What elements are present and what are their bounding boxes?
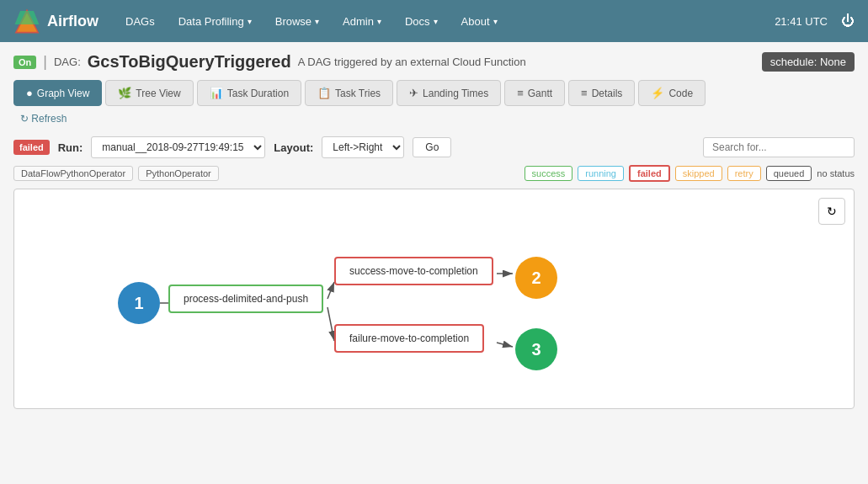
controls-row: failed Run: manual__2018-09-27T19:49:15 … (13, 136, 855, 158)
tabs-bar: ● Graph View 🌿 Tree View 📊 Task Duration… (13, 80, 855, 106)
operator-tag-dataflow[interactable]: DataFlowPythonOperator (13, 166, 133, 181)
status-failed-chip[interactable]: failed (629, 165, 670, 182)
code-icon: ⚡ (651, 87, 664, 99)
tab-task-duration[interactable]: 📊 Task Duration (197, 80, 301, 106)
nav-time: 21:41 UTC (775, 15, 828, 28)
go-button[interactable]: Go (413, 137, 451, 157)
graph-canvas: 1 process-delimited-and-push success-mov… (48, 206, 820, 391)
run-select[interactable]: manual__2018-09-27T19:49:15 (91, 136, 265, 158)
nav-data-profiling[interactable]: Data Profiling ▾ (168, 8, 262, 35)
dag-header: On | DAG: GcsToBigQueryTriggered A DAG t… (13, 52, 855, 72)
bar-chart-icon: 📊 (210, 87, 223, 99)
node-1-label: 1 (134, 294, 143, 313)
tab-tree-view[interactable]: 🌿 Tree View (105, 80, 193, 106)
status-skipped-chip[interactable]: skipped (675, 166, 722, 181)
node-failure-label: failure-move-to-completion (349, 332, 469, 344)
details-icon: ≡ (581, 87, 588, 99)
chevron-down-icon: ▾ (434, 17, 438, 26)
operators-row: DataFlowPythonOperator PythonOperator su… (13, 165, 855, 182)
nav-right: 21:41 UTC ⏻ (775, 13, 855, 29)
dag-title-area: On | DAG: GcsToBigQueryTriggered A DAG t… (13, 52, 526, 72)
svg-marker-2 (15, 11, 40, 24)
node-success-label: success-move-to-completion (349, 265, 478, 277)
node-box-process[interactable]: process-delimited-and-push (168, 285, 323, 313)
refresh-button[interactable]: ↻ Refresh (13, 109, 855, 128)
tree-icon: 🌿 (118, 87, 131, 99)
chevron-down-icon: ▾ (493, 17, 498, 26)
node-3-label: 3 (531, 340, 541, 359)
status-queued-chip[interactable]: queued (766, 166, 812, 181)
status-none-label: no status (817, 168, 855, 178)
svg-line-5 (327, 282, 334, 299)
status-success-chip[interactable]: success (525, 166, 573, 181)
tab-landing-times[interactable]: ✈ Landing Times (397, 80, 501, 106)
status-legend: success running failed skipped retry que… (525, 165, 855, 182)
tab-details[interactable]: ≡ Details (568, 80, 635, 106)
tab-code[interactable]: ⚡ Code (638, 80, 706, 106)
chevron-down-icon: ▾ (377, 17, 381, 26)
svg-line-6 (327, 307, 334, 341)
dag-label: DAG: (54, 56, 81, 68)
nav-docs[interactable]: Docs ▾ (395, 8, 448, 35)
operator-tags: DataFlowPythonOperator PythonOperator (13, 166, 219, 181)
node-circle-3[interactable]: 3 (515, 328, 557, 370)
tab-graph-view[interactable]: ● Graph View (13, 80, 102, 106)
node-box-failure[interactable]: failure-move-to-completion (334, 324, 484, 353)
dag-name: GcsToBigQueryTriggered (88, 52, 291, 72)
node-circle-1[interactable]: 1 (118, 282, 160, 324)
layout-select[interactable]: Left->Right (322, 136, 404, 158)
main-content: On | DAG: GcsToBigQueryTriggered A DAG t… (0, 42, 868, 419)
operator-tag-python[interactable]: PythonOperator (138, 166, 219, 181)
refresh-icon: ↻ (827, 205, 837, 218)
node-2-label: 2 (531, 269, 541, 288)
dag-pipe: | (43, 53, 47, 71)
dag-status-badge: On (13, 56, 36, 69)
node-process-label: process-delimited-and-push (184, 293, 308, 305)
status-retry-chip[interactable]: retry (727, 166, 761, 181)
nav-about[interactable]: About ▾ (451, 8, 508, 35)
power-icon[interactable]: ⏻ (841, 13, 855, 29)
nav-admin[interactable]: Admin ▾ (333, 8, 391, 35)
node-circle-2[interactable]: 2 (515, 257, 557, 299)
airflow-logo-icon (13, 8, 40, 35)
dag-description: A DAG triggered by an external Cloud Fun… (298, 56, 526, 68)
nav-browse[interactable]: Browse ▾ (265, 8, 329, 35)
tab-gantt[interactable]: ≡ Gantt (504, 80, 565, 106)
chevron-down-icon: ▾ (248, 17, 252, 26)
status-running-chip[interactable]: running (578, 166, 624, 181)
graph-arrows (48, 206, 820, 391)
nav-dags[interactable]: DAGs (115, 8, 165, 35)
svg-line-8 (497, 343, 513, 347)
schedule-badge: schedule: None (762, 52, 855, 72)
run-label: Run: (58, 141, 83, 154)
graph-refresh-button[interactable]: ↻ (818, 198, 845, 225)
node-box-success[interactable]: success-move-to-completion (334, 257, 493, 285)
plane-icon: ✈ (409, 87, 418, 99)
graph-icon: ● (26, 87, 33, 99)
brand-logo[interactable]: Airflow (13, 8, 99, 35)
clipboard-icon: 📋 (317, 87, 331, 99)
navbar: Airflow DAGs Data Profiling ▾ Browse ▾ A… (0, 0, 868, 42)
brand-name: Airflow (47, 13, 99, 30)
chevron-down-icon: ▾ (315, 17, 319, 26)
search-input[interactable] (703, 137, 855, 157)
tab-task-tries[interactable]: 📋 Task Tries (305, 80, 393, 106)
layout-label: Layout: (274, 141, 313, 154)
run-status-badge: failed (13, 140, 50, 155)
graph-area: ↻ (13, 189, 855, 409)
nav-items: DAGs Data Profiling ▾ Browse ▾ Admin ▾ D… (115, 8, 775, 35)
gantt-icon: ≡ (517, 87, 524, 99)
